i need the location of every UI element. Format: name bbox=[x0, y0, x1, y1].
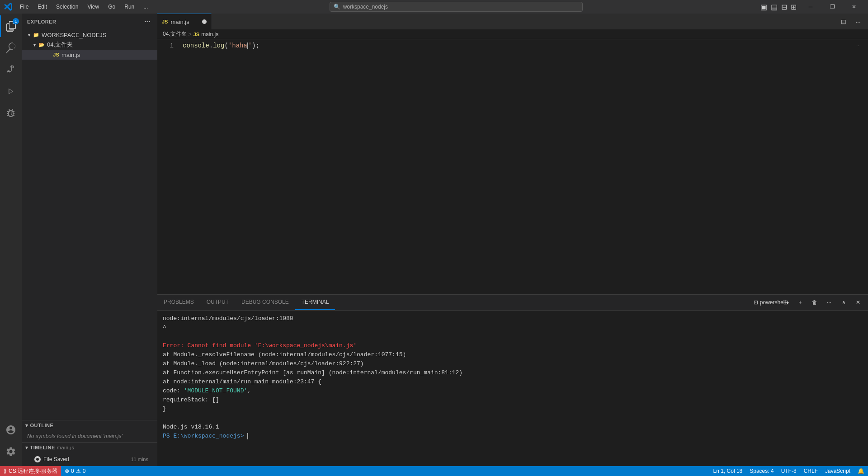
outline-message: No symbols found in document 'main.js' bbox=[27, 433, 123, 439]
timeline-dot-icon bbox=[34, 456, 41, 462]
timeline-item-label: File Saved bbox=[43, 456, 131, 462]
terminal-more-button[interactable]: ··· bbox=[823, 296, 835, 309]
terminal-content[interactable]: node:internal/modules/cjs/loader:1080 ^ … bbox=[157, 311, 868, 466]
breadcrumb-folder[interactable]: 04.文件夹 bbox=[163, 30, 187, 38]
token-log: log bbox=[213, 41, 224, 50]
code-editor[interactable]: 1 console . log ( 'haha' ) ; ... bbox=[157, 39, 868, 294]
term-line-10: requireStack: [] bbox=[163, 396, 863, 405]
term-line-5: at Module._resolveFilename (node:interna… bbox=[163, 350, 863, 359]
timeline-panel: ▾ TIMELINE main.js File Saved 11 mins bbox=[22, 442, 157, 466]
status-spaces[interactable]: Spaces: 4 bbox=[746, 466, 777, 476]
timeline-header[interactable]: ▾ TIMELINE main.js bbox=[22, 443, 157, 452]
term-text-1: node:internal/modules/cjs/loader:1080 bbox=[163, 315, 293, 322]
panel-tab-terminal[interactable]: TERMINAL bbox=[295, 295, 335, 310]
error-icon: ⊗ bbox=[65, 468, 69, 474]
term-line-14: PS E:\workspace_nodejs> bbox=[163, 432, 863, 441]
tree-workspace[interactable]: ▾ 📁 WORKSPACE_NODEJS bbox=[22, 30, 157, 40]
outline-chevron-icon: ▾ bbox=[25, 423, 28, 429]
remote-label: CS:远程连接-服务器 bbox=[9, 467, 57, 475]
minimap-label: ... bbox=[856, 41, 861, 47]
activity-item-settings[interactable] bbox=[0, 441, 22, 462]
menu-file[interactable]: File bbox=[16, 3, 32, 11]
term-text-13: Node.js v18.16.1 bbox=[163, 424, 219, 430]
status-language[interactable]: JavaScript bbox=[821, 466, 854, 476]
split-editor-button[interactable]: ⊟ bbox=[837, 15, 850, 28]
menu-more[interactable]: ... bbox=[140, 3, 151, 11]
sidebar-more-btn[interactable]: ··· bbox=[143, 17, 152, 26]
more-actions-button[interactable]: ··· bbox=[852, 15, 864, 28]
token-paren-close: ) bbox=[252, 41, 255, 50]
remote-icon: ⟫ bbox=[4, 468, 7, 474]
timeline-content: File Saved 11 mins bbox=[22, 452, 157, 466]
menu-selection[interactable]: Selection bbox=[52, 3, 82, 11]
layout-btn-4[interactable]: ⊞ bbox=[791, 3, 797, 11]
terminal-powershell-label: ⊡ powershell ▾ bbox=[765, 296, 778, 309]
js-file-icon: JS bbox=[52, 51, 60, 58]
tab-bar: JS main.js ⊟ ··· bbox=[157, 14, 868, 29]
layout-btn-3[interactable]: ⊟ bbox=[781, 3, 787, 11]
new-terminal-button[interactable]: + bbox=[794, 296, 807, 309]
activity-item-run[interactable] bbox=[0, 80, 22, 102]
status-encoding[interactable]: UTF-8 bbox=[778, 466, 800, 476]
status-line-ending[interactable]: CRLF bbox=[800, 466, 821, 476]
panel-collapse-button[interactable]: ∧ bbox=[837, 296, 850, 309]
timeline-file: main.js bbox=[57, 445, 74, 450]
warning-icon: ⚠ bbox=[76, 468, 81, 474]
layout-btn-2[interactable]: ▤ bbox=[771, 3, 778, 11]
term-text-10: requireStack: [] bbox=[163, 396, 219, 403]
breadcrumb-file[interactable]: main.js bbox=[201, 31, 218, 38]
term-text-7: at Function.executeUserEntryPoint [as ru… bbox=[163, 369, 462, 376]
delete-terminal-button[interactable]: 🗑 bbox=[808, 296, 821, 309]
close-button[interactable]: ✕ bbox=[844, 0, 864, 14]
activity-item-explorer[interactable]: 1 bbox=[0, 15, 22, 37]
panel-tab-output[interactable]: OUTPUT bbox=[200, 295, 235, 310]
menu-edit[interactable]: Edit bbox=[34, 3, 51, 11]
panel-tab-debug-console[interactable]: DEBUG CONSOLE bbox=[235, 295, 295, 310]
tab-actions: ⊟ ··· bbox=[834, 14, 868, 29]
restore-button[interactable]: ❐ bbox=[822, 0, 843, 14]
feedback-icon: 🔔 bbox=[858, 468, 864, 474]
language-text: JavaScript bbox=[825, 468, 850, 474]
layout-btn-1[interactable]: ▣ bbox=[760, 3, 767, 11]
titlebar-layout-buttons: ▣ ▤ ⊟ ⊞ bbox=[760, 3, 800, 11]
term-text-2: ^ bbox=[163, 324, 166, 331]
term-text-4: Error: Cannot find module 'E:\workspace_… bbox=[163, 342, 357, 349]
terminal-icon: ⊡ bbox=[754, 299, 758, 306]
panel-tab-problems[interactable]: PROBLEMS bbox=[157, 295, 200, 310]
activity-item-account[interactable] bbox=[0, 419, 22, 441]
tree-file-mainjs[interactable]: JS main.js bbox=[22, 50, 157, 60]
activity-item-extensions[interactable] bbox=[0, 102, 22, 124]
search-box[interactable]: 🔍 workspace_nodejs bbox=[330, 2, 583, 12]
menu-go[interactable]: Go bbox=[104, 3, 119, 11]
folder-open-icon: 📂 bbox=[38, 41, 45, 48]
split-terminal-button[interactable]: ⊟ bbox=[779, 296, 792, 309]
outline-header[interactable]: ▾ OUTLINE bbox=[22, 420, 157, 430]
tab-label: main.js bbox=[170, 19, 199, 25]
chevron-down-icon: ▾ bbox=[25, 31, 33, 38]
activity-item-source-control[interactable] bbox=[0, 59, 22, 80]
status-errors[interactable]: ⊗ 0 ⚠ 0 bbox=[61, 466, 89, 476]
tab-mainjs[interactable]: JS main.js bbox=[157, 14, 212, 29]
menu-run[interactable]: Run bbox=[121, 3, 138, 11]
panel-close-button[interactable]: ✕ bbox=[852, 296, 864, 309]
activity-item-search[interactable] bbox=[0, 37, 22, 59]
status-remote[interactable]: ⟫ CS:远程连接-服务器 bbox=[0, 466, 61, 476]
panel-tabs: PROBLEMS OUTPUT DEBUG CONSOLE TERMINAL ⊡… bbox=[157, 295, 868, 311]
titlebar: File Edit Selection View Go Run ... 🔍 wo… bbox=[0, 0, 868, 14]
sidebar-title: EXPLORER bbox=[27, 19, 57, 24]
vscode-logo bbox=[4, 2, 13, 11]
status-position[interactable]: Ln 1, Col 18 bbox=[710, 466, 746, 476]
term-text-6: at Module._load (node:internal/modules/c… bbox=[163, 360, 364, 367]
code-content[interactable]: console . log ( 'haha' ) ; bbox=[179, 39, 868, 294]
menu-view[interactable]: View bbox=[84, 3, 103, 11]
breadcrumb: 04.文件夹 > JS main.js bbox=[157, 29, 868, 39]
minimize-button[interactable]: ─ bbox=[800, 0, 821, 14]
status-feedback[interactable]: 🔔 bbox=[854, 466, 868, 476]
timeline-item-file-saved[interactable]: File Saved 11 mins bbox=[22, 454, 157, 464]
term-line-7: at Function.executeUserEntryPoint [as ru… bbox=[163, 368, 863, 377]
sidebar-header: EXPLORER ··· bbox=[22, 14, 157, 30]
panel-area: PROBLEMS OUTPUT DEBUG CONSOLE TERMINAL ⊡… bbox=[157, 294, 868, 466]
terminal-cursor bbox=[247, 433, 248, 439]
tree-folder[interactable]: ▾ 📂 04.文件夹 bbox=[22, 40, 157, 50]
timeline-item-time: 11 mins bbox=[131, 457, 148, 462]
